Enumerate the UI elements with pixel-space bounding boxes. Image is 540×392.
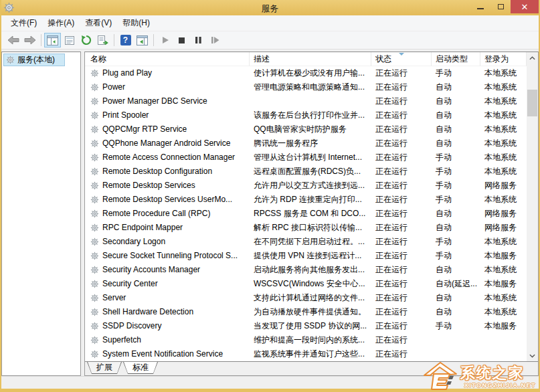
service-name-cell[interactable]: QQPCMgr RTP Service xyxy=(85,122,250,136)
menu-file[interactable]: 文件(F) xyxy=(5,15,42,31)
service-name-cell[interactable]: SSDP Discovery xyxy=(85,319,250,333)
pause-service-button[interactable] xyxy=(190,33,207,47)
service-description-cell: 启动此服务将向其他服务发出... xyxy=(250,263,371,277)
help-button[interactable]: ? xyxy=(117,33,134,47)
service-name-cell[interactable]: QQPhone Manager Android Service xyxy=(85,136,250,151)
show-console-tree-button[interactable] xyxy=(44,33,61,47)
table-row[interactable]: System Event Notification Service监视系统事件并… xyxy=(85,347,527,361)
service-name-cell[interactable]: Security Center xyxy=(85,277,250,291)
service-name-cell[interactable]: Remote Desktop Configuration xyxy=(85,165,250,179)
properties-button[interactable] xyxy=(61,33,78,47)
service-description-cell: 支持此计算机通过网络的文件... xyxy=(250,291,371,305)
service-description-cell: 腾讯统一服务程序 xyxy=(250,136,371,151)
column-header-logon-as[interactable]: 登录为 xyxy=(480,52,527,66)
service-name-cell[interactable]: Remote Desktop Services UserMo... xyxy=(85,193,250,207)
service-status-cell: 正在运行 xyxy=(371,207,432,221)
menu-action[interactable]: 操作(A) xyxy=(42,15,80,31)
forward-button[interactable] xyxy=(21,33,38,47)
tab-extended[interactable]: 扩展 xyxy=(87,362,122,374)
sort-descending-icon xyxy=(399,53,404,56)
column-header-status[interactable]: 状态 xyxy=(371,52,432,66)
table-row[interactable]: Superfetch维护和提高一段时间内的系统...正在运行 xyxy=(85,333,527,347)
scrollbar-thumb[interactable] xyxy=(527,90,537,116)
table-row[interactable]: Secure Socket Tunneling Protocol S...提供使… xyxy=(85,249,527,263)
service-logon-cell: 本地服务 xyxy=(480,319,527,333)
column-header-description[interactable]: 描述 xyxy=(250,52,371,66)
start-icon xyxy=(161,36,169,44)
table-row[interactable]: QQPhone Manager Android Service腾讯统一服务程序正… xyxy=(85,136,527,151)
service-status-cell: 正在运行 xyxy=(371,235,432,249)
back-button[interactable] xyxy=(5,33,21,47)
service-name-cell[interactable]: Secondary Logon xyxy=(85,235,250,249)
service-name-cell[interactable]: System Event Notification Service xyxy=(85,347,250,361)
table-row[interactable]: Server支持此计算机通过网络的文件...正在运行自动本地系统 xyxy=(85,291,527,305)
service-name-cell[interactable]: Power xyxy=(85,80,250,94)
table-row[interactable]: Security Accounts Manager启动此服务将向其他服务发出..… xyxy=(85,263,527,277)
stop-service-button[interactable] xyxy=(173,33,190,47)
service-name-cell[interactable]: Secure Socket Tunneling Protocol S... xyxy=(85,249,250,263)
scroll-up-button[interactable] xyxy=(527,52,538,64)
service-name-cell[interactable]: Security Accounts Manager xyxy=(85,263,250,277)
service-status-cell: 正在运行 xyxy=(371,108,432,122)
tab-standard[interactable]: 标准 xyxy=(123,362,158,374)
service-name-cell[interactable]: Print Spooler xyxy=(85,108,250,122)
table-row[interactable]: Remote Desktop Services UserMo...允许为 RDP… xyxy=(85,193,527,207)
restart-service-button[interactable] xyxy=(207,33,223,47)
service-name-cell[interactable]: Superfetch xyxy=(85,333,250,347)
service-startup-type-cell: 自动 xyxy=(432,305,480,319)
service-name-cell[interactable]: Power Manager DBC Service xyxy=(85,94,250,108)
service-name-cell[interactable]: Shell Hardware Detection xyxy=(85,305,250,319)
export-list-button[interactable] xyxy=(94,33,111,47)
vertical-scrollbar[interactable] xyxy=(527,52,538,361)
service-name-cell[interactable]: Remote Desktop Services xyxy=(85,179,250,193)
menu-help[interactable]: 帮助(H) xyxy=(117,15,155,31)
service-name-cell[interactable]: Remote Access Connection Manager xyxy=(85,151,250,165)
column-header-startup-type[interactable]: 启动类型 xyxy=(432,52,480,66)
table-row[interactable]: Print Spooler该服务在后台执行打印作业并...正在运行自动本地系统 xyxy=(85,108,527,122)
service-name: Remote Desktop Configuration xyxy=(102,165,212,179)
properties-icon xyxy=(64,35,75,45)
services-window: 服务 ✕ 文件(F) 操作(A) 查看(V) 帮助(H) xyxy=(0,0,540,392)
table-row[interactable]: Remote Procedure Call (RPC)RPCSS 服务是 COM… xyxy=(85,207,527,221)
service-logon-cell: 本地系统 xyxy=(480,136,527,151)
service-name-cell[interactable]: Plug and Play xyxy=(85,66,250,80)
scroll-down-button[interactable] xyxy=(527,350,538,361)
service-status-cell: 正在运行 xyxy=(371,347,432,361)
service-name-cell[interactable]: Remote Procedure Call (RPC) xyxy=(85,207,250,221)
window-title: 服务 xyxy=(1,3,539,15)
refresh-button[interactable] xyxy=(78,33,94,47)
table-row[interactable]: Power管理电源策略和电源策略通知...正在运行自动本地系统 xyxy=(85,80,527,94)
toolbar-separator xyxy=(153,34,154,46)
table-row[interactable]: Power Manager DBC Service正在运行自动本地系统 xyxy=(85,94,527,108)
service-startup-type-cell: 手动 xyxy=(432,179,480,193)
table-row[interactable]: RPC Endpoint Mapper解析 RPC 接口标识符以传输...正在运… xyxy=(85,221,527,235)
table-row[interactable]: Remote Desktop Services允许用户以交互方式连接到远...正… xyxy=(85,179,527,193)
table-row[interactable]: Plug and Play使计算机在极少或没有用户输...正在运行手动本地系统 xyxy=(85,66,527,80)
service-status-cell: 正在运行 xyxy=(371,221,432,235)
service-gear-icon xyxy=(90,153,99,162)
table-row[interactable]: QQPCMgr RTP ServiceQQ电脑管家实时防护服务正在运行自动本地系… xyxy=(85,122,527,136)
table-row[interactable]: Shell Hardware Detection为自动播放硬件事件提供通知。正在… xyxy=(85,305,527,319)
service-name-cell[interactable]: RPC Endpoint Mapper xyxy=(85,221,250,235)
maximize-button[interactable] xyxy=(490,0,511,13)
service-startup-type-cell: 手动 xyxy=(432,66,480,80)
table-row[interactable]: Remote Desktop Configuration远程桌面配置服务(RDC… xyxy=(85,165,527,179)
close-button[interactable]: ✕ xyxy=(511,0,539,13)
table-row[interactable]: Remote Access Connection Manager管理从这台计算机… xyxy=(85,151,527,165)
show-action-pane-button[interactable] xyxy=(134,33,151,47)
minimize-button[interactable] xyxy=(470,0,490,13)
table-row[interactable]: Secondary Logon在不同凭据下启用启动过程。...正在运行手动本地系… xyxy=(85,235,527,249)
service-logon-cell xyxy=(480,347,527,361)
service-startup-type-cell: 自动 xyxy=(432,94,480,108)
table-row[interactable]: Security CenterWSCSVC(Windows 安全中心...正在运… xyxy=(85,277,527,291)
services-list: 名称 描述 状态 启动类型 登录为 Plug and Play使计算机在极少或没… xyxy=(85,52,527,361)
table-row[interactable]: SSDP Discovery当发现了使用 SSDP 协议的网...正在运行手动本… xyxy=(85,319,527,333)
service-description-cell: 该服务在后台执行打印作业并... xyxy=(250,108,371,122)
menu-view[interactable]: 查看(V) xyxy=(80,15,117,31)
service-description-cell: 允许用户以交互方式连接到远... xyxy=(250,179,371,193)
start-service-button[interactable] xyxy=(157,33,173,47)
tree-item-services-local[interactable]: 服务(本地) xyxy=(3,54,65,66)
service-name-cell[interactable]: Server xyxy=(85,291,250,305)
column-header-name[interactable]: 名称 xyxy=(85,52,250,66)
service-gear-icon xyxy=(90,181,99,190)
